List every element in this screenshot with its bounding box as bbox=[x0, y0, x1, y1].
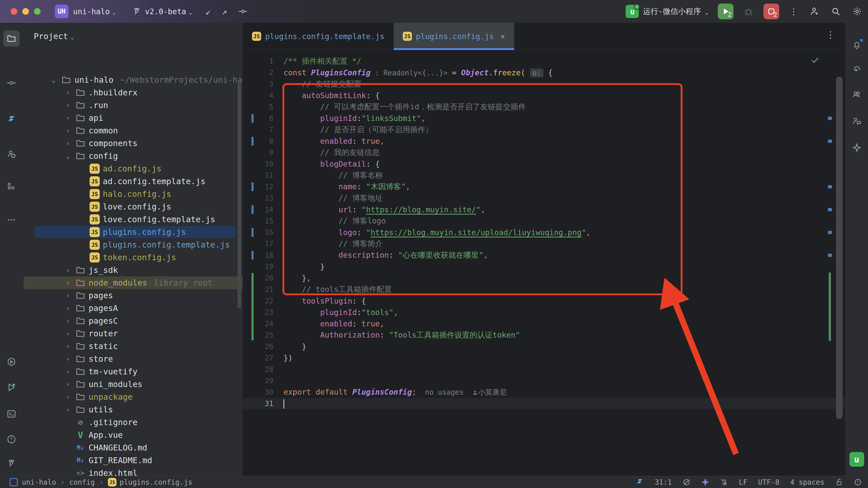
tree-row-halo.config.js[interactable]: JShalo.config.js bbox=[23, 188, 243, 200]
tree-row-plugins.config.js[interactable]: JSplugins.config.js bbox=[23, 226, 243, 238]
chevron-open-icon[interactable]: ⌄ bbox=[48, 76, 60, 84]
uniapp-helper-button[interactable]: u bbox=[849, 452, 864, 467]
tree-row-tm-vuetify[interactable]: ›tm-vuetify bbox=[23, 365, 243, 378]
chevron-closed-icon[interactable]: › bbox=[62, 127, 74, 134]
commit-icon[interactable] bbox=[3, 75, 20, 91]
error-circle-icon[interactable] bbox=[854, 478, 862, 486]
tree-row-unpackage[interactable]: ›unpackage bbox=[23, 391, 243, 403]
minimize-window-button[interactable] bbox=[22, 8, 29, 15]
f-logo-icon[interactable] bbox=[636, 478, 644, 486]
chevron-closed-icon[interactable]: › bbox=[62, 304, 74, 312]
tree-row-.gitignore[interactable]: ⊘.gitignore bbox=[23, 416, 243, 429]
tab-plugins.config.js[interactable]: JSplugins.config.js× bbox=[394, 23, 514, 50]
project-selector[interactable]: uni-halo bbox=[73, 7, 110, 16]
run-tool-icon[interactable] bbox=[3, 379, 20, 395]
git-branch-icon[interactable] bbox=[3, 455, 20, 471]
ai-assistant-icon[interactable] bbox=[701, 478, 709, 486]
stripe-change-mark[interactable] bbox=[828, 139, 832, 143]
stripe-change-mark[interactable] bbox=[828, 185, 832, 189]
project-panel-title[interactable]: Project bbox=[34, 31, 68, 41]
caret-position-widget[interactable]: 31:1 bbox=[655, 478, 672, 486]
tree-row-config[interactable]: ⌄config bbox=[23, 150, 243, 162]
tree-row-store[interactable]: ›store bbox=[23, 353, 243, 365]
chevron-closed-icon[interactable]: › bbox=[62, 101, 74, 109]
services-icon[interactable] bbox=[3, 354, 20, 370]
more-actions-kebab[interactable]: ⋮ bbox=[789, 6, 798, 17]
tree-row-CHANGELOG.md[interactable]: M↓CHANGELOG.md bbox=[23, 441, 243, 454]
debug-button[interactable] bbox=[741, 4, 756, 19]
tree-row-love.config.template.js[interactable]: JSlove.config.template.js bbox=[23, 213, 243, 226]
bell-off-icon[interactable] bbox=[720, 478, 728, 486]
f-plugin-icon[interactable] bbox=[3, 111, 20, 128]
more-tools-icon[interactable] bbox=[3, 212, 20, 228]
chevron-closed-icon[interactable]: › bbox=[62, 89, 74, 96]
notifications-bell-icon[interactable] bbox=[849, 37, 865, 53]
help-users-icon[interactable]: ? bbox=[3, 146, 20, 162]
project-folder-icon[interactable] bbox=[3, 30, 20, 47]
tree-row-index.html[interactable]: <>index.html bbox=[23, 467, 243, 476]
code-with-me-icon[interactable] bbox=[849, 86, 865, 102]
problems-icon[interactable] bbox=[3, 431, 20, 448]
tree-row-router[interactable]: ›router bbox=[23, 327, 243, 340]
chevron-closed-icon[interactable]: › bbox=[62, 266, 74, 274]
breadcrumb-item[interactable]: config bbox=[69, 478, 95, 486]
breadcrumb-item[interactable]: uni-halo bbox=[22, 478, 56, 486]
update-project-icon[interactable]: ↙ bbox=[206, 7, 211, 16]
run-button[interactable]: 2 bbox=[718, 4, 734, 19]
run-configuration-selector[interactable]: 运行-微信小程序 bbox=[643, 6, 701, 17]
chevron-closed-icon[interactable]: › bbox=[62, 381, 74, 388]
stripe-change-mark[interactable] bbox=[828, 208, 832, 211]
stripe-change-mark[interactable] bbox=[828, 254, 832, 257]
chevron-open-icon[interactable]: ⌄ bbox=[62, 152, 74, 160]
user-chat-icon[interactable] bbox=[849, 113, 865, 129]
tree-row-App.vue[interactable]: VApp.vue bbox=[23, 429, 243, 441]
close-icon[interactable]: × bbox=[500, 32, 505, 41]
highlight-off-icon[interactable] bbox=[682, 478, 691, 486]
encoding-widget[interactable]: UTF-8 bbox=[758, 478, 779, 486]
chevron-closed-icon[interactable]: › bbox=[62, 393, 74, 401]
stripe-change-mark[interactable] bbox=[828, 117, 832, 120]
tree-row-ad.config.js[interactable]: JSad.config.js bbox=[23, 162, 243, 175]
swirl-icon[interactable] bbox=[849, 61, 865, 77]
stop-button[interactable]: 2 bbox=[764, 4, 779, 19]
editor-scrollbar[interactable] bbox=[836, 76, 843, 419]
breadcrumb-item[interactable]: plugins.config.js bbox=[120, 478, 192, 486]
tree-row-node_modules[interactable]: ›node_moduleslibrary root bbox=[23, 276, 243, 289]
tree-row-token.config.js[interactable]: JStoken.config.js bbox=[23, 251, 243, 264]
search-icon[interactable] bbox=[831, 7, 841, 16]
unlocked-padlock-icon[interactable] bbox=[835, 478, 843, 486]
chevron-closed-icon[interactable]: › bbox=[62, 292, 74, 299]
project-tree-scrollbar[interactable] bbox=[238, 81, 241, 308]
tree-row-components[interactable]: ›components bbox=[23, 137, 243, 150]
gear-icon[interactable] bbox=[852, 7, 862, 16]
chevron-closed-icon[interactable]: › bbox=[62, 368, 74, 376]
line-separator-widget[interactable]: LF bbox=[739, 478, 747, 486]
ai-star-icon[interactable] bbox=[849, 139, 865, 156]
tree-row-pages[interactable]: ›pages bbox=[23, 289, 243, 302]
tree-row-js_sdk[interactable]: ›js_sdk bbox=[23, 264, 243, 276]
chevron-closed-icon[interactable]: › bbox=[62, 330, 74, 337]
indent-widget[interactable]: 4 spaces bbox=[790, 478, 824, 486]
tree-row-uni_modules[interactable]: ›uni_modules bbox=[23, 378, 243, 391]
tree-row-.run[interactable]: ›.run bbox=[23, 99, 243, 111]
tree-row-uni-halo[interactable]: ⌄uni-halo~/WebstormProjects/uni-halo bbox=[23, 73, 243, 86]
tree-row-api[interactable]: ›api bbox=[23, 111, 243, 124]
close-window-button[interactable] bbox=[11, 8, 17, 15]
chevron-closed-icon[interactable]: › bbox=[62, 343, 74, 350]
tree-row-love.config.js[interactable]: JSlove.config.js bbox=[23, 200, 243, 213]
code-editor[interactable]: 1/** 插件相关配置 */2const PluginsConfig : Rea… bbox=[243, 50, 845, 476]
branch-selector[interactable]: v2.0-beta bbox=[145, 7, 186, 16]
chevron-closed-icon[interactable]: › bbox=[62, 355, 74, 363]
terminal-icon[interactable] bbox=[3, 406, 20, 422]
chevron-closed-icon[interactable]: › bbox=[62, 279, 74, 287]
editor-options-kebab[interactable]: ⋮ bbox=[826, 29, 835, 40]
chevron-closed-icon[interactable]: › bbox=[62, 406, 74, 414]
stripe-change-mark[interactable] bbox=[828, 231, 832, 234]
chevron-closed-icon[interactable]: › bbox=[62, 139, 74, 147]
commit-icon[interactable] bbox=[238, 7, 247, 16]
tree-row-pagesC[interactable]: ›pagesC bbox=[23, 315, 243, 327]
tab-plugins.config.template.js[interactable]: JSplugins.config.template.js bbox=[243, 23, 394, 50]
tree-row-utils[interactable]: ›utils bbox=[23, 403, 243, 416]
tree-row-common[interactable]: ›common bbox=[23, 124, 243, 137]
tree-row-static[interactable]: ›static bbox=[23, 340, 243, 353]
